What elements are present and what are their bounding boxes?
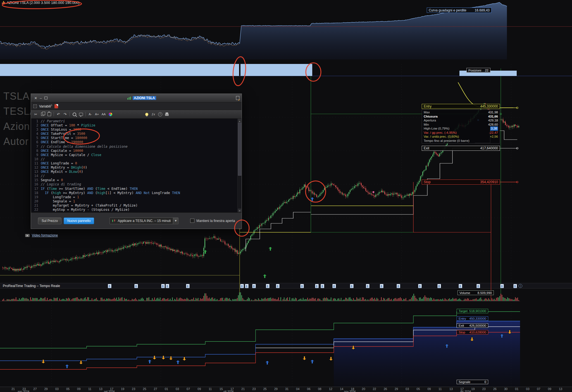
document-icon[interactable] <box>166 284 169 288</box>
search-icon[interactable] <box>71 111 77 117</box>
document-icon[interactable] <box>459 284 462 288</box>
document-icon[interactable] <box>321 284 324 288</box>
document-icon[interactable] <box>350 284 354 288</box>
scroll-down-icon[interactable] <box>238 209 241 212</box>
comment-icon[interactable] <box>78 111 84 117</box>
document-icon[interactable] <box>266 284 270 288</box>
axis-month-label: ago 2024 <box>18 390 29 392</box>
function-icon[interactable]: ƒx <box>150 111 156 117</box>
close-icon[interactable]: ✕ <box>33 96 38 100</box>
keep-open-checkbox[interactable] <box>190 219 194 223</box>
document-icon[interactable] <box>252 284 256 288</box>
editor-scrollbar[interactable] <box>237 119 242 212</box>
axis-month-label: set 2024 <box>104 390 115 392</box>
color-wheel-icon[interactable] <box>107 111 113 117</box>
axis-day-label: 19 <box>471 387 475 391</box>
document-icon[interactable] <box>418 284 422 288</box>
document-icon[interactable] <box>476 284 480 288</box>
axis-day-label: 03 <box>406 387 409 391</box>
paste-icon[interactable] <box>46 111 52 117</box>
volume-label[interactable]: Volume 8.509,990 <box>457 290 494 295</box>
positions-label[interactable]: Posizioni 22 <box>466 68 490 73</box>
indicator-target-label[interactable]: Target 518,901000 <box>457 309 488 313</box>
axis-day-label: 29 <box>274 387 278 391</box>
time-axis[interactable]: 2123272903050911131719232527010307091115… <box>0 387 572 392</box>
detach-edit-icon[interactable] <box>236 96 239 100</box>
font-smaller-icon[interactable]: A- <box>87 111 93 117</box>
font-style-icon[interactable]: AA <box>101 111 107 117</box>
font-larger-icon[interactable]: A+ <box>94 111 100 117</box>
scroll-up-icon[interactable] <box>238 119 241 122</box>
window-title-area: AZIONI TSLA <box>47 96 236 100</box>
document-icon[interactable] <box>134 284 138 288</box>
minimize-icon[interactable]: – <box>38 96 43 100</box>
document-icon[interactable] <box>240 284 244 288</box>
axis-day-label: 09 <box>548 387 551 391</box>
document-icon[interactable] <box>161 284 165 288</box>
document-icon[interactable] <box>332 284 336 288</box>
info-icon[interactable]: i <box>518 284 522 288</box>
toolbar-separator <box>70 112 70 116</box>
chevron-down-icon[interactable]: ▼ <box>173 217 178 224</box>
exit-price-label[interactable]: Exit 417,640000 <box>422 146 500 151</box>
axis-day-label: 09 <box>77 387 80 391</box>
entry-price-label[interactable]: Entry 445,330000 <box>422 104 500 109</box>
on-price-button[interactable]: Sul Prezzo <box>38 217 61 224</box>
indicator-entry-label[interactable]: Entry 450,330000 <box>457 316 488 321</box>
video-formazione-link[interactable]: Video formazione <box>32 233 58 237</box>
axis-day-label: 11 <box>88 387 91 391</box>
apply-target-label: Applicare a TESLA INC. – 15 minuti <box>118 219 171 223</box>
equity-label: Curva guadagni e perdite <box>429 8 466 12</box>
report-pdf-icon[interactable] <box>54 104 58 108</box>
axis-day-label: 25 <box>143 387 146 391</box>
copy-icon[interactable] <box>39 111 46 117</box>
chart-icon <box>127 97 131 100</box>
document-icon[interactable] <box>366 284 370 288</box>
lightbulb-icon[interactable] <box>144 111 150 117</box>
axis-day-label: 21 <box>11 387 15 391</box>
document-icon[interactable] <box>276 284 280 288</box>
document-icon[interactable] <box>380 284 383 288</box>
indicator-stop-label[interactable]: Stop 410,628000 <box>457 330 488 334</box>
axis-day-label: 20 <box>362 387 365 391</box>
document-icon[interactable] <box>397 284 400 288</box>
probacktest-editor-window[interactable]: ✕ – AZIONI TSLA − Variabili0 ✂ ↶ ↷ A- <box>31 94 242 229</box>
document-icon[interactable] <box>186 284 190 288</box>
document-icon[interactable] <box>315 284 319 288</box>
toolbar-separator <box>54 112 54 116</box>
segnale-label[interactable]: Segnale 0 <box>457 380 488 384</box>
document-icon[interactable] <box>437 284 441 288</box>
document-icon[interactable] <box>300 284 304 288</box>
toolbar-separator <box>85 112 86 116</box>
document-icon[interactable] <box>513 284 517 288</box>
maximize-icon[interactable] <box>44 97 47 99</box>
document-icon[interactable] <box>108 284 111 288</box>
indicator-exit-label[interactable]: Exit 426,500000 <box>457 323 488 328</box>
document-icon[interactable] <box>245 284 249 288</box>
variables-button[interactable]: Variabili0 <box>39 104 52 108</box>
positions-bar <box>240 64 312 76</box>
help-icon[interactable]: ? <box>157 111 163 117</box>
equity-curve-label[interactable]: Curva guadagni e perdite 16.689,43 <box>427 8 492 13</box>
video-link-row: Video formazione <box>25 233 58 237</box>
document-icon[interactable] <box>500 284 504 288</box>
scrollbar-thumb[interactable] <box>238 123 241 176</box>
undo-icon[interactable]: ↶ <box>55 111 61 117</box>
axis-day-label: 06 <box>307 387 310 391</box>
candlestick-icon <box>112 219 116 223</box>
editor-toolbar: ✂ ↶ ↷ A- A+ AA ƒx ? <box>31 110 242 119</box>
apply-target-dropdown[interactable]: Applicare a TESLA INC. – 15 minuti <box>109 217 173 224</box>
axis-day-label: 05 <box>66 387 70 391</box>
collapse-icon[interactable]: − <box>33 104 37 108</box>
redo-icon[interactable]: ↷ <box>62 111 68 117</box>
axis-day-label: 26 <box>384 387 387 391</box>
stop-price-label[interactable]: Stop 354,420910 <box>422 180 500 185</box>
code-lines[interactable]: 1// Parametri2ONCE Offset = 100 * PipSiz… <box>31 119 238 212</box>
cut-icon[interactable]: ✂ <box>33 111 39 117</box>
window-titlebar[interactable]: ✕ – AZIONI TSLA <box>31 94 242 102</box>
code-editor[interactable]: 1// Parametri2ONCE Offset = 100 * PipSiz… <box>31 119 242 212</box>
axis-month-label: ott 2024 <box>223 390 233 392</box>
print-icon[interactable] <box>164 111 170 117</box>
new-panel-button[interactable]: Nuovo pannello <box>64 217 94 224</box>
platform-status-label: ProRealTime Trading – Tempo Reale <box>3 284 60 288</box>
